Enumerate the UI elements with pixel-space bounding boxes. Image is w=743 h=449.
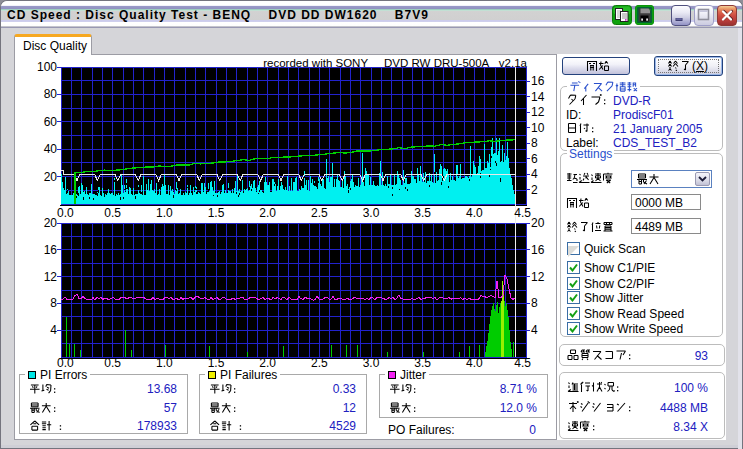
svg-text:2: 2 <box>531 183 538 197</box>
svg-text:12: 12 <box>44 270 58 284</box>
svg-text:2.0: 2.0 <box>259 206 276 220</box>
svg-text:16: 16 <box>44 243 58 257</box>
svg-text:4: 4 <box>50 323 57 337</box>
svg-text:2.5: 2.5 <box>311 356 328 370</box>
svg-text:1.5: 1.5 <box>208 206 225 220</box>
svg-text:100: 100 <box>37 60 57 74</box>
svg-text:8: 8 <box>50 296 57 310</box>
svg-text:8: 8 <box>531 296 538 310</box>
svg-text:4.5: 4.5 <box>514 206 531 220</box>
svg-text:4.5: 4.5 <box>514 356 531 370</box>
svg-text:20: 20 <box>44 170 58 184</box>
svg-text:0.5: 0.5 <box>104 206 121 220</box>
svg-text:16: 16 <box>531 243 545 257</box>
svg-text:8: 8 <box>531 136 538 150</box>
svg-text:80: 80 <box>44 87 58 101</box>
svg-text:3.5: 3.5 <box>414 206 431 220</box>
svg-text:12: 12 <box>531 270 545 284</box>
svg-text:12: 12 <box>531 105 545 119</box>
svg-text:3.0: 3.0 <box>363 356 380 370</box>
svg-text:0.0: 0.0 <box>57 206 74 220</box>
svg-text:60: 60 <box>44 115 58 129</box>
svg-text:20: 20 <box>44 216 58 230</box>
svg-text:1.0: 1.0 <box>156 356 173 370</box>
svg-text:6: 6 <box>531 152 538 166</box>
svg-text:4.0: 4.0 <box>466 206 483 220</box>
svg-text:1.0: 1.0 <box>156 206 173 220</box>
svg-text:40: 40 <box>44 142 58 156</box>
svg-text:4: 4 <box>531 323 538 337</box>
svg-text:0.5: 0.5 <box>104 356 121 370</box>
svg-text:10: 10 <box>531 121 545 135</box>
svg-text:20: 20 <box>531 216 545 230</box>
svg-text:3.0: 3.0 <box>363 206 380 220</box>
svg-text:4.0: 4.0 <box>466 356 483 370</box>
svg-text:14: 14 <box>531 90 545 104</box>
svg-text:4: 4 <box>531 167 538 181</box>
svg-text:2.5: 2.5 <box>311 206 328 220</box>
svg-text:recorded with SONY DVD RW: recorded with SONY DVD RW DRU-500A v2.1a <box>263 57 527 69</box>
svg-text:16: 16 <box>531 74 545 88</box>
